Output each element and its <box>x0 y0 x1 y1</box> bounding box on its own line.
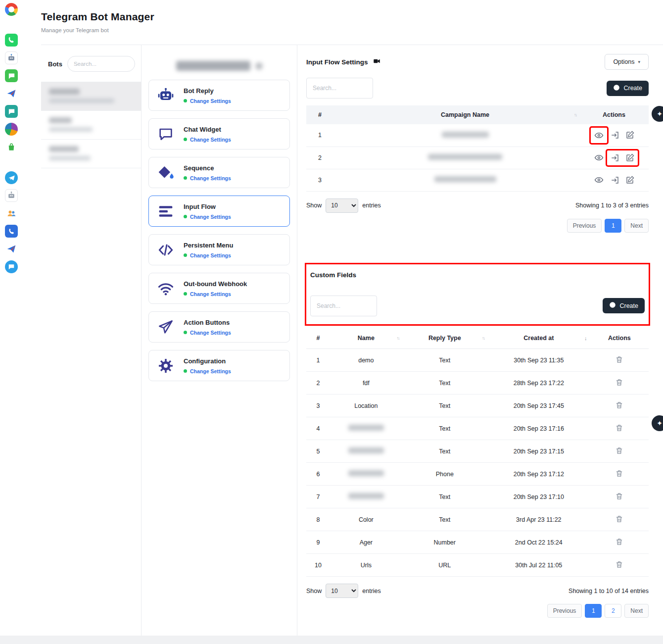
next-page-button[interactable]: Next <box>624 219 649 233</box>
custom-field-row: 7 Text 20th Sep 23 17:10 <box>306 486 649 508</box>
campaign-row: 1 <box>306 124 649 147</box>
page-header: Telegram Bot Manager Manage your Telegra… <box>32 0 663 45</box>
menu-card-bot-reply[interactable]: Bot Reply Change Settings <box>148 80 290 111</box>
menu-card-persistent-menu[interactable]: Persistent Menu Change Settings <box>148 234 290 265</box>
menu-card-action-buttons[interactable]: Action Buttons Change Settings <box>148 311 290 343</box>
delete-button[interactable] <box>615 560 623 569</box>
edit-button[interactable] <box>625 131 634 140</box>
menu-card-configuration[interactable]: Configuration Change Settings <box>148 350 290 381</box>
menu-card-input-flow[interactable]: Input Flow Change Settings <box>148 196 290 227</box>
sort-icon[interactable]: ↑↓ <box>397 336 399 341</box>
input-flow-header: Input Flow Settings Options ▾ <box>306 51 649 73</box>
delete-button[interactable] <box>615 492 623 500</box>
messenger-color-icon[interactable] <box>5 123 18 136</box>
bot-gray-icon[interactable] <box>5 189 18 202</box>
paint-bucket-icon <box>155 165 177 181</box>
delete-button[interactable] <box>615 446 623 455</box>
per-page-select[interactable]: 10 <box>326 584 358 598</box>
options-button[interactable]: Options ▾ <box>605 54 649 70</box>
user-group-icon[interactable] <box>5 207 18 220</box>
bot-app-icon[interactable] <box>5 51 18 64</box>
created-at: 20th Sep 23 17:10 <box>487 486 590 508</box>
bot-list-item[interactable] <box>41 140 141 168</box>
previous-page-button[interactable]: Previous <box>567 219 602 233</box>
whatsapp-business-icon[interactable] <box>5 69 18 82</box>
robot-icon <box>155 87 177 104</box>
delete-button[interactable] <box>615 538 623 546</box>
campaign-name-cell <box>351 147 579 169</box>
page-1-button[interactable]: 1 <box>605 219 621 233</box>
change-settings-link[interactable]: Change Settings <box>190 368 231 374</box>
change-settings-link[interactable]: Change Settings <box>190 291 231 297</box>
view-button[interactable] <box>594 131 604 140</box>
sort-down-icon[interactable]: ↓ <box>584 335 587 341</box>
delete-button[interactable] <box>615 424 623 432</box>
options-label: Options <box>613 58 634 65</box>
status-dot <box>184 369 187 373</box>
custom-fields-search-input[interactable] <box>310 296 377 316</box>
whatsapp-icon[interactable] <box>5 34 18 47</box>
menu-card-chat-widget[interactable]: Chat Widget Change Settings <box>148 118 290 149</box>
create-custom-field-button[interactable]: Create <box>603 298 645 313</box>
sort-icon[interactable]: ↑↓ <box>574 112 576 117</box>
create-label: Create <box>619 302 638 309</box>
custom-field-row: 5 Text 20th Sep 23 17:15 <box>306 440 649 463</box>
campaign-name-cell <box>351 124 579 147</box>
edit-button[interactable] <box>625 153 634 162</box>
delete-button[interactable] <box>615 515 623 523</box>
edit-button[interactable] <box>625 176 634 185</box>
shopping-bag-icon[interactable] <box>5 141 18 153</box>
input-flow-title: Input Flow Settings <box>306 58 368 66</box>
menu-card-outbound-webhook[interactable]: Out-bound Webhook Change Settings <box>148 273 290 304</box>
chat-bot-icon[interactable] <box>5 260 18 273</box>
view-action-group <box>591 150 607 165</box>
campaign-row: 2 <box>306 147 649 169</box>
view-button[interactable] <box>594 153 604 162</box>
status-dot <box>184 215 187 218</box>
redacted-bot-name <box>49 146 79 152</box>
field-name-cell: Color <box>330 508 402 531</box>
telegram-icon[interactable] <box>5 171 18 184</box>
change-settings-link[interactable]: Change Settings <box>190 137 231 143</box>
browser-logo-icon[interactable] <box>5 3 18 16</box>
menu-card-label: Input Flow <box>184 203 231 210</box>
entries-label: entries <box>362 202 381 209</box>
previous-page-button[interactable]: Previous <box>547 604 582 618</box>
field-name-cell: Location <box>330 395 402 417</box>
create-campaign-button[interactable]: Create <box>607 81 649 96</box>
status-dot <box>184 99 187 102</box>
chat-support-icon[interactable] <box>5 105 18 118</box>
redacted-field-name <box>348 425 384 431</box>
view-button[interactable] <box>594 175 604 185</box>
change-settings-link[interactable]: Change Settings <box>190 330 231 336</box>
telegram-plane-icon[interactable] <box>5 87 18 100</box>
telegram-plane-2-icon[interactable] <box>5 243 18 255</box>
change-settings-link[interactable]: Change Settings <box>190 252 231 258</box>
entries-label: entries <box>362 588 381 594</box>
change-settings-link[interactable]: Change Settings <box>190 214 231 220</box>
delete-button[interactable] <box>615 401 623 409</box>
export-button[interactable] <box>611 176 619 185</box>
delete-button[interactable] <box>615 378 623 387</box>
campaign-search-input[interactable] <box>306 78 373 99</box>
phone-app-icon[interactable] <box>5 225 18 238</box>
page-2-button[interactable]: 2 <box>605 604 621 618</box>
bot-list-item[interactable] <box>41 111 141 140</box>
bot-list-item-selected[interactable] <box>41 82 141 111</box>
next-page-button[interactable]: Next <box>624 604 649 618</box>
delete-button[interactable] <box>615 469 623 478</box>
field-name-cell <box>330 486 402 508</box>
sort-icon[interactable]: ↑↓ <box>482 336 484 341</box>
menu-card-label: Action Buttons <box>184 319 231 326</box>
change-settings-link[interactable]: Change Settings <box>190 98 231 104</box>
field-name-cell: Ager <box>330 531 402 554</box>
change-settings-link[interactable]: Change Settings <box>190 175 231 181</box>
delete-button[interactable] <box>615 355 623 364</box>
per-page-select[interactable]: 10 <box>326 198 358 213</box>
bots-search-input[interactable] <box>67 56 135 72</box>
export-button[interactable] <box>611 131 619 140</box>
status-dot <box>184 138 187 141</box>
menu-card-sequence[interactable]: Sequence Change Settings <box>148 157 290 188</box>
page-1-button[interactable]: 1 <box>585 604 602 618</box>
export-button[interactable] <box>611 153 619 162</box>
